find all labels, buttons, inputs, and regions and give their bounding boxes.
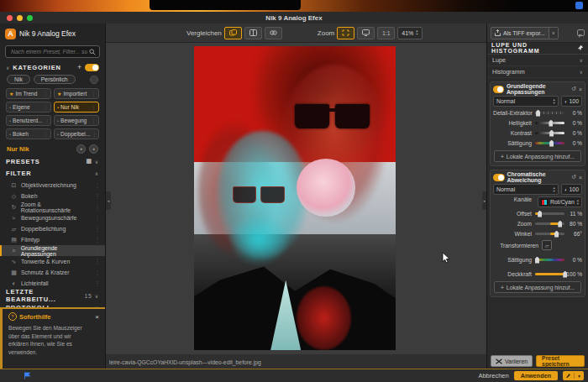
tab-nik[interactable]: Nik xyxy=(7,75,30,84)
basic-blend-mode-select[interactable]: Normal ▴▾ xyxy=(493,96,559,107)
photo-anaglyph-portrait[interactable] xyxy=(194,46,396,350)
basic-adjustments-toggle[interactable] xyxy=(493,86,504,93)
zoom-slider[interactable]: Zoom 80 % xyxy=(493,219,582,228)
slider-handle[interactable] xyxy=(558,221,562,228)
chromatic-opacity-button[interactable]: ◐ 100 xyxy=(561,184,582,195)
contrast-slider[interactable]: Kontrast 0 % xyxy=(493,128,582,138)
search-input[interactable] xyxy=(9,48,89,55)
kebab-menu-icon[interactable]: ⋮ xyxy=(45,118,50,123)
category-nur-nik[interactable]: •Nur Nik⋮ xyxy=(54,102,99,113)
reset-icon[interactable]: ↺ xyxy=(571,86,576,92)
filter-tonwerte-kurven[interactable]: ∿Tonwerte & Kurven⋮ xyxy=(0,256,105,267)
category-eigene[interactable]: •Eigene⋮ xyxy=(6,102,51,113)
kebab-menu-icon[interactable]: ⋮ xyxy=(95,182,101,189)
category-bokeh[interactable]: •Bokeh⋮ xyxy=(6,128,51,139)
filter-objektivverzeichnung[interactable]: ⊡Objektivverzeichnung⋮ xyxy=(0,180,105,191)
kebab-menu-icon[interactable]: ⋮ xyxy=(95,193,101,200)
slider-handle[interactable] xyxy=(538,211,542,217)
offset-slider[interactable]: Offset 11 % xyxy=(493,209,582,218)
filter-filmtyp[interactable]: ▤Filmtyp⋮ xyxy=(0,234,105,245)
split-view-button[interactable] xyxy=(244,27,262,39)
kebab-menu-icon[interactable]: ⋮ xyxy=(95,204,101,211)
angle-slider[interactable]: Winkel 66° xyxy=(493,229,582,238)
detail-extractor-slider[interactable]: Detail-Extraktor 0 % xyxy=(493,108,582,118)
loupe-section-row[interactable]: Lupe ∨ xyxy=(487,55,588,66)
close-icon[interactable]: × xyxy=(579,175,582,181)
close-icon[interactable]: × xyxy=(95,313,99,321)
category-benutzerdefiniert[interactable]: •Benutzerd...⋮ xyxy=(6,115,51,126)
cancel-button[interactable]: Abbrechen xyxy=(478,372,508,379)
chromatic-saturation-slider[interactable]: Sättigung 0 % xyxy=(493,255,582,264)
fullscreen-button[interactable] xyxy=(357,27,375,39)
flag-icon[interactable] xyxy=(24,372,31,379)
slider-handle[interactable] xyxy=(535,257,539,264)
saturation-slider[interactable]: Sättigung 0 % xyxy=(493,139,582,148)
save-preset-button[interactable]: Preset speichern xyxy=(536,355,585,367)
feedback-bubble-icon[interactable] xyxy=(577,29,585,36)
tab-persoenlich[interactable]: Persönlich xyxy=(34,75,76,84)
kebab-menu-icon[interactable]: ⋮ xyxy=(95,280,101,287)
kebab-menu-icon[interactable]: ⋮ xyxy=(91,118,96,123)
chromatic-blend-mode-select[interactable]: Normal ▴▾ xyxy=(493,184,559,195)
category-options-button[interactable] xyxy=(90,76,98,84)
kebab-menu-icon[interactable]: ⋮ xyxy=(95,226,101,233)
chromatic-aberration-toggle[interactable] xyxy=(493,174,505,181)
filter-bewegungsunschaerfe[interactable]: ≈Bewegungsunschärfe⋮ xyxy=(0,212,105,223)
apply-button[interactable]: Anwenden xyxy=(514,371,558,380)
image-canvas[interactable]: ◂ ▸ xyxy=(106,42,487,354)
close-icon[interactable]: × xyxy=(579,86,582,92)
category-doppelbelichtung[interactable]: •Doppelbel...⋮ xyxy=(54,128,99,139)
category-im-trend[interactable]: ★Im Trend⋮ xyxy=(6,88,51,99)
opacity-slider[interactable]: Deckkraft 100 % xyxy=(493,269,582,279)
histogram-section-row[interactable]: Histogramm ∨ xyxy=(487,66,588,78)
zoom-fit-button[interactable] xyxy=(337,27,354,39)
kebab-menu-icon[interactable]: ⋮ xyxy=(43,104,48,110)
kebab-menu-icon[interactable]: ⋮ xyxy=(43,131,48,137)
add-category-icon[interactable]: + xyxy=(77,64,82,71)
kebab-menu-icon[interactable]: ⋮ xyxy=(92,131,97,137)
zoom-level-select[interactable]: 41% ▴▾ xyxy=(397,27,422,39)
vary-button[interactable]: Variieren xyxy=(491,355,533,367)
collapse-left-panel-handle[interactable]: ◂ xyxy=(106,191,111,210)
recent-edits-header[interactable]: LETZTE BEARBEITU... 15 ∨ xyxy=(0,290,105,301)
grid-view-icon[interactable]: ▦ xyxy=(86,158,92,165)
basic-add-local-adjustment-button[interactable]: + Lokale Anpassung hinzuf... xyxy=(494,150,581,162)
menubar-app-icon[interactable] xyxy=(575,2,583,9)
pin-icon[interactable] xyxy=(577,44,584,51)
nav-back-button[interactable]: ● xyxy=(76,144,86,154)
kebab-menu-icon[interactable]: ⋮ xyxy=(95,215,101,222)
link-views-button[interactable] xyxy=(265,27,282,39)
slider-handle[interactable] xyxy=(549,130,554,137)
filter-zoom-rotationsunschaerfe[interactable]: ↻Zoom & Rotationsunschärfe⋮ xyxy=(0,201,105,212)
preset-search[interactable] xyxy=(5,45,100,58)
kebab-menu-icon[interactable]: ⋮ xyxy=(43,91,48,97)
filter-grundlegende-anpassungen[interactable]: ≡Grundlegende Anpassungen⋮ xyxy=(0,245,105,256)
kebab-menu-icon[interactable]: ⋮ xyxy=(95,269,101,276)
transform-button[interactable]: ▱ xyxy=(542,240,552,250)
export-button[interactable]: Als TIFF expor... ∨ xyxy=(491,27,559,39)
stepper-icon[interactable]: ▴▾ xyxy=(416,29,417,36)
brightness-slider[interactable]: Helligkeit 0 % xyxy=(493,118,582,128)
zoom-one-to-one-button[interactable]: 1:1 xyxy=(377,27,395,39)
slider-handle[interactable] xyxy=(554,231,559,238)
category-importiert[interactable]: ★Importiert⋮ xyxy=(54,88,99,99)
kebab-menu-icon[interactable]: ⋮ xyxy=(91,91,96,97)
category-bewegung[interactable]: •Bewegung⋮ xyxy=(54,115,99,126)
chevron-down-icon[interactable]: ∨ xyxy=(549,28,558,39)
reset-icon[interactable]: ↺ xyxy=(571,174,576,181)
filter-schmutz-kratzer[interactable]: ▩Schmutz & Kratzer⋮ xyxy=(0,267,105,278)
slider-handle[interactable] xyxy=(549,140,554,147)
basic-opacity-button[interactable]: ◐ 100 xyxy=(561,96,582,107)
chromatic-add-local-adjustment-button[interactable]: + Lokale Anpassung hinzuf... xyxy=(494,281,581,293)
nav-forward-button[interactable]: ● xyxy=(89,144,98,154)
channels-select[interactable]: Rot/Cyan ▴▾ xyxy=(538,196,582,207)
categories-toggle[interactable] xyxy=(85,64,99,71)
apply-options-split-button[interactable]: ▼ xyxy=(563,371,584,380)
kebab-menu-icon[interactable]: ⋮ xyxy=(95,259,101,265)
categories-header[interactable]: ∨ KATEGORIEN + xyxy=(0,61,105,73)
filter-doppelbelichtung[interactable]: ▱Doppelbelichtung⋮ xyxy=(0,223,105,234)
filter-header[interactable]: FILTER ∧ xyxy=(0,167,105,179)
slider-handle[interactable] xyxy=(549,120,553,127)
filter-bokeh[interactable]: ◇Bokeh⋮ xyxy=(0,191,105,201)
kebab-menu-icon[interactable]: ⋮ xyxy=(91,104,96,110)
